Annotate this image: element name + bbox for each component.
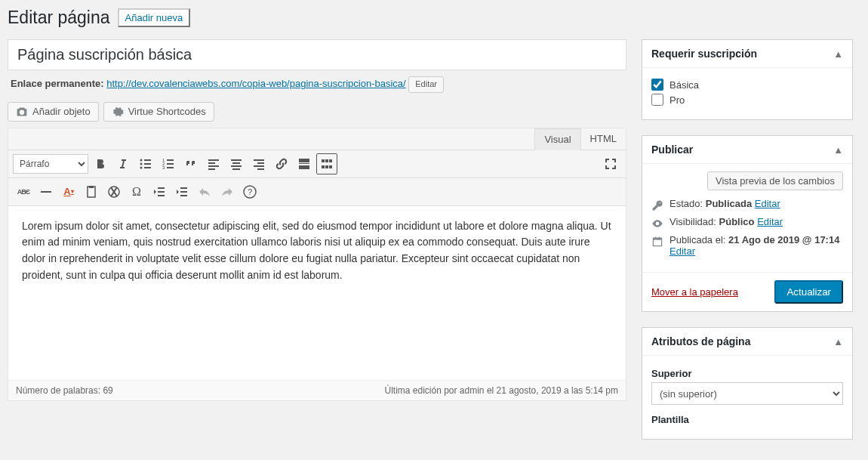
attributes-metabox: Atributos de página ▲ Superior (sin supe…	[642, 327, 853, 440]
permalink-url[interactable]: http://dev.covalenciawebs.com/copia-web/…	[106, 78, 405, 89]
word-count: Número de palabras: 69	[16, 385, 113, 396]
gear-icon	[112, 106, 124, 118]
svg-rect-29	[329, 159, 332, 162]
subscription-basic-row[interactable]: Básica	[651, 79, 843, 91]
parent-label: Superior	[651, 368, 843, 379]
fullscreen-icon[interactable]	[600, 153, 621, 174]
outdent-icon[interactable]	[149, 181, 170, 202]
svg-point-0	[140, 159, 143, 161]
collapse-icon[interactable]: ▲	[833, 48, 843, 60]
svg-rect-35	[89, 186, 94, 188]
svg-rect-23	[257, 168, 264, 170]
tab-html[interactable]: HTML	[581, 128, 626, 150]
status-label: Estado:	[669, 198, 703, 209]
svg-text:3: 3	[162, 165, 165, 170]
indent-icon[interactable]	[171, 181, 192, 202]
camera-icon	[16, 106, 28, 118]
strikethrough-icon[interactable]: ABЄ	[13, 181, 34, 202]
editor-content[interactable]: Lorem ipsum dolor sit amet, consectetur …	[8, 206, 626, 380]
permalink-label: Enlace permanente:	[11, 78, 104, 89]
eye-icon	[651, 218, 663, 230]
svg-rect-21	[257, 162, 264, 164]
svg-point-4	[140, 166, 143, 168]
status-edit-link[interactable]: Editar	[755, 198, 780, 209]
svg-rect-47	[655, 237, 657, 239]
bullet-list-icon[interactable]	[135, 153, 156, 174]
svg-rect-27	[322, 159, 325, 162]
svg-rect-26	[299, 165, 309, 169]
svg-rect-22	[254, 165, 264, 167]
published-value: 21 Ago de 2019 @ 17:14	[728, 234, 839, 245]
align-center-icon[interactable]	[226, 153, 247, 174]
svg-rect-3	[144, 163, 151, 165]
svg-rect-1	[144, 159, 151, 161]
svg-rect-42	[180, 195, 187, 196]
svg-rect-13	[208, 162, 215, 164]
svg-rect-7	[167, 159, 174, 161]
subscription-metabox: Requerir suscripción ▲ Básica Pro	[642, 39, 853, 120]
svg-rect-5	[144, 167, 151, 168]
format-select[interactable]: Párrafo	[13, 154, 88, 174]
subscription-basic-checkbox[interactable]	[651, 79, 663, 91]
svg-rect-30	[322, 165, 325, 168]
svg-rect-20	[254, 159, 264, 161]
quote-icon[interactable]	[180, 153, 202, 174]
update-button[interactable]: Actualizar	[774, 280, 843, 304]
svg-rect-41	[180, 191, 187, 193]
special-char-icon[interactable]: Ω	[126, 181, 147, 202]
svg-rect-38	[158, 191, 165, 193]
svg-rect-14	[208, 165, 219, 167]
undo-icon[interactable]	[194, 181, 215, 202]
svg-rect-37	[158, 187, 165, 189]
subscription-pro-row[interactable]: Pro	[651, 94, 843, 106]
add-media-button[interactable]: Añadir objeto	[8, 102, 99, 122]
svg-rect-15	[208, 168, 215, 170]
visibility-label: Visibilidad:	[669, 216, 716, 227]
calendar-icon	[651, 236, 663, 248]
svg-rect-33	[41, 191, 51, 193]
collapse-icon[interactable]: ▲	[833, 336, 843, 347]
permalink-edit-button[interactable]: Editar	[408, 76, 444, 93]
svg-rect-46	[653, 238, 661, 239]
align-right-icon[interactable]	[248, 153, 269, 174]
add-media-label: Añadir objeto	[32, 106, 91, 117]
add-new-button[interactable]: Añadir nueva	[118, 8, 191, 27]
visibility-edit-link[interactable]: Editar	[757, 216, 783, 227]
hr-icon[interactable]	[35, 181, 57, 202]
subscription-pro-label: Pro	[669, 94, 685, 106]
read-more-icon[interactable]	[294, 153, 315, 174]
text-color-icon[interactable]: A▾	[58, 181, 79, 202]
subscription-basic-label: Básica	[669, 79, 699, 91]
status-value: Publicada	[706, 198, 752, 209]
page-title: Editar página	[8, 8, 110, 28]
parent-select[interactable]: (sin superior)	[651, 382, 843, 405]
collapse-icon[interactable]: ▲	[833, 144, 843, 156]
virtue-shortcodes-button[interactable]: Virtue Shortcodes	[103, 102, 214, 122]
subscription-pro-checkbox[interactable]	[651, 94, 663, 106]
title-input[interactable]	[8, 39, 626, 70]
trash-link[interactable]: Mover a la papelera	[651, 286, 738, 298]
published-edit-link[interactable]: Editar	[669, 245, 695, 257]
publish-title: Publicar	[651, 144, 693, 156]
svg-rect-31	[325, 165, 328, 168]
redo-icon[interactable]	[217, 181, 238, 202]
numbered-list-icon[interactable]: 123	[158, 153, 179, 174]
clear-format-icon[interactable]	[103, 181, 125, 202]
align-left-icon[interactable]	[203, 153, 224, 174]
paste-text-icon[interactable]	[81, 181, 102, 202]
svg-rect-19	[232, 168, 240, 170]
subscription-title: Requerir suscripción	[651, 48, 757, 60]
bold-icon[interactable]	[90, 153, 111, 174]
svg-rect-28	[325, 159, 328, 162]
svg-rect-24	[299, 159, 309, 162]
toolbar-toggle-icon[interactable]	[316, 153, 337, 174]
preview-button[interactable]: Vista previa de los cambios	[707, 171, 843, 190]
svg-rect-40	[180, 187, 187, 189]
help-icon[interactable]: ?	[239, 181, 260, 202]
svg-rect-12	[208, 159, 219, 161]
svg-rect-32	[329, 165, 332, 168]
svg-text:?: ?	[248, 187, 252, 196]
link-icon[interactable]	[271, 153, 292, 174]
tab-visual[interactable]: Visual	[534, 128, 580, 150]
italic-icon[interactable]	[112, 153, 134, 174]
